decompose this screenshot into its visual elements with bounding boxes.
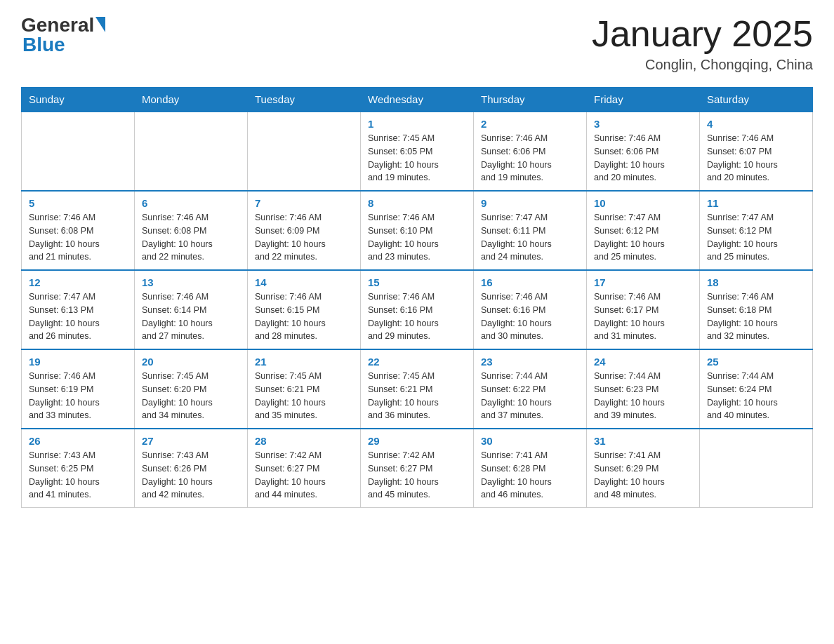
day-info: Sunrise: 7:45 AMSunset: 6:21 PMDaylight:… <box>368 370 466 422</box>
calendar-cell: 15Sunrise: 7:46 AMSunset: 6:16 PMDayligh… <box>361 270 474 349</box>
day-info: Sunrise: 7:47 AMSunset: 6:13 PMDaylight:… <box>29 290 127 343</box>
calendar-week-row-5: 26Sunrise: 7:43 AMSunset: 6:25 PMDayligh… <box>22 429 813 508</box>
calendar-cell: 28Sunrise: 7:42 AMSunset: 6:27 PMDayligh… <box>248 429 361 508</box>
day-info: Sunrise: 7:45 AMSunset: 6:20 PMDaylight:… <box>142 370 240 422</box>
day-number: 18 <box>707 276 805 288</box>
calendar-cell: 24Sunrise: 7:44 AMSunset: 6:23 PMDayligh… <box>587 349 700 429</box>
calendar-cell: 5Sunrise: 7:46 AMSunset: 6:08 PMDaylight… <box>22 191 135 270</box>
day-info: Sunrise: 7:46 AMSunset: 6:16 PMDaylight:… <box>481 290 579 343</box>
calendar-cell <box>135 112 248 191</box>
day-number: 21 <box>255 356 353 368</box>
day-info: Sunrise: 7:42 AMSunset: 6:27 PMDaylight:… <box>255 449 353 502</box>
calendar-cell: 6Sunrise: 7:46 AMSunset: 6:08 PMDaylight… <box>135 191 248 270</box>
day-number: 12 <box>29 276 127 288</box>
day-info: Sunrise: 7:43 AMSunset: 6:25 PMDaylight:… <box>29 449 127 502</box>
calendar-cell: 25Sunrise: 7:44 AMSunset: 6:24 PMDayligh… <box>700 349 813 429</box>
calendar-week-row-1: 1Sunrise: 7:45 AMSunset: 6:05 PMDaylight… <box>22 112 813 191</box>
day-info: Sunrise: 7:46 AMSunset: 6:14 PMDaylight:… <box>142 290 240 343</box>
calendar-week-row-2: 5Sunrise: 7:46 AMSunset: 6:08 PMDaylight… <box>22 191 813 270</box>
day-info: Sunrise: 7:46 AMSunset: 6:08 PMDaylight:… <box>29 211 127 264</box>
calendar-week-row-3: 12Sunrise: 7:47 AMSunset: 6:13 PMDayligh… <box>22 270 813 349</box>
day-number: 25 <box>707 356 805 368</box>
calendar-cell: 23Sunrise: 7:44 AMSunset: 6:22 PMDayligh… <box>474 349 587 429</box>
calendar-cell <box>22 112 135 191</box>
calendar-cell: 17Sunrise: 7:46 AMSunset: 6:17 PMDayligh… <box>587 270 700 349</box>
day-number: 10 <box>594 197 692 209</box>
day-info: Sunrise: 7:46 AMSunset: 6:07 PMDaylight:… <box>707 132 805 185</box>
calendar-cell: 18Sunrise: 7:46 AMSunset: 6:18 PMDayligh… <box>700 270 813 349</box>
calendar-cell: 10Sunrise: 7:47 AMSunset: 6:12 PMDayligh… <box>587 191 700 270</box>
day-number: 6 <box>142 197 240 209</box>
calendar-cell: 7Sunrise: 7:46 AMSunset: 6:09 PMDaylight… <box>248 191 361 270</box>
calendar-week-row-4: 19Sunrise: 7:46 AMSunset: 6:19 PMDayligh… <box>22 349 813 429</box>
calendar-header-sunday: Sunday <box>22 88 135 112</box>
calendar-cell: 27Sunrise: 7:43 AMSunset: 6:26 PMDayligh… <box>135 429 248 508</box>
day-number: 30 <box>481 435 579 447</box>
day-info: Sunrise: 7:43 AMSunset: 6:26 PMDaylight:… <box>142 449 240 502</box>
day-number: 1 <box>368 118 466 130</box>
day-number: 13 <box>142 276 240 288</box>
day-number: 26 <box>29 435 127 447</box>
day-number: 2 <box>481 118 579 130</box>
day-info: Sunrise: 7:46 AMSunset: 6:15 PMDaylight:… <box>255 290 353 343</box>
calendar-header-saturday: Saturday <box>700 88 813 112</box>
day-number: 29 <box>368 435 466 447</box>
day-number: 7 <box>255 197 353 209</box>
day-info: Sunrise: 7:46 AMSunset: 6:19 PMDaylight:… <box>29 370 127 422</box>
day-number: 24 <box>594 356 692 368</box>
day-info: Sunrise: 7:44 AMSunset: 6:23 PMDaylight:… <box>594 370 692 422</box>
day-info: Sunrise: 7:47 AMSunset: 6:12 PMDaylight:… <box>707 211 805 264</box>
day-info: Sunrise: 7:47 AMSunset: 6:12 PMDaylight:… <box>594 211 692 264</box>
calendar-cell: 9Sunrise: 7:47 AMSunset: 6:11 PMDaylight… <box>474 191 587 270</box>
day-info: Sunrise: 7:44 AMSunset: 6:22 PMDaylight:… <box>481 370 579 422</box>
calendar-cell: 26Sunrise: 7:43 AMSunset: 6:25 PMDayligh… <box>22 429 135 508</box>
day-info: Sunrise: 7:47 AMSunset: 6:11 PMDaylight:… <box>481 211 579 264</box>
day-number: 31 <box>594 435 692 447</box>
day-number: 4 <box>707 118 805 130</box>
day-info: Sunrise: 7:46 AMSunset: 6:17 PMDaylight:… <box>594 290 692 343</box>
calendar-cell: 1Sunrise: 7:45 AMSunset: 6:05 PMDaylight… <box>361 112 474 191</box>
day-number: 22 <box>368 356 466 368</box>
calendar-header-thursday: Thursday <box>474 88 587 112</box>
calendar-cell: 22Sunrise: 7:45 AMSunset: 6:21 PMDayligh… <box>361 349 474 429</box>
day-info: Sunrise: 7:42 AMSunset: 6:27 PMDaylight:… <box>368 449 466 502</box>
day-number: 3 <box>594 118 692 130</box>
calendar-header-friday: Friday <box>587 88 700 112</box>
day-info: Sunrise: 7:45 AMSunset: 6:05 PMDaylight:… <box>368 132 466 185</box>
day-number: 16 <box>481 276 579 288</box>
calendar-cell: 13Sunrise: 7:46 AMSunset: 6:14 PMDayligh… <box>135 270 248 349</box>
calendar-cell: 16Sunrise: 7:46 AMSunset: 6:16 PMDayligh… <box>474 270 587 349</box>
day-number: 19 <box>29 356 127 368</box>
day-info: Sunrise: 7:45 AMSunset: 6:21 PMDaylight:… <box>255 370 353 422</box>
calendar-cell: 20Sunrise: 7:45 AMSunset: 6:20 PMDayligh… <box>135 349 248 429</box>
title-area: January 2025 Conglin, Chongqing, China <box>592 14 813 73</box>
day-number: 17 <box>594 276 692 288</box>
calendar-cell: 19Sunrise: 7:46 AMSunset: 6:19 PMDayligh… <box>22 349 135 429</box>
calendar-cell: 30Sunrise: 7:41 AMSunset: 6:28 PMDayligh… <box>474 429 587 508</box>
calendar-cell: 21Sunrise: 7:45 AMSunset: 6:21 PMDayligh… <box>248 349 361 429</box>
calendar-cell: 29Sunrise: 7:42 AMSunset: 6:27 PMDayligh… <box>361 429 474 508</box>
page-header: General Blue January 2025 Conglin, Chong… <box>21 14 813 73</box>
day-number: 28 <box>255 435 353 447</box>
calendar-cell: 31Sunrise: 7:41 AMSunset: 6:29 PMDayligh… <box>587 429 700 508</box>
calendar-cell: 12Sunrise: 7:47 AMSunset: 6:13 PMDayligh… <box>22 270 135 349</box>
day-number: 14 <box>255 276 353 288</box>
day-number: 15 <box>368 276 466 288</box>
day-info: Sunrise: 7:46 AMSunset: 6:18 PMDaylight:… <box>707 290 805 343</box>
calendar-cell <box>700 429 813 508</box>
calendar-header-wednesday: Wednesday <box>361 88 474 112</box>
month-title: January 2025 <box>592 14 813 54</box>
location-text: Conglin, Chongqing, China <box>592 57 813 73</box>
calendar-cell: 14Sunrise: 7:46 AMSunset: 6:15 PMDayligh… <box>248 270 361 349</box>
logo-blue-text: Blue <box>22 34 65 56</box>
calendar-table: SundayMondayTuesdayWednesdayThursdayFrid… <box>21 87 813 508</box>
calendar-cell <box>248 112 361 191</box>
calendar-cell: 3Sunrise: 7:46 AMSunset: 6:06 PMDaylight… <box>587 112 700 191</box>
day-info: Sunrise: 7:46 AMSunset: 6:06 PMDaylight:… <box>594 132 692 185</box>
day-info: Sunrise: 7:46 AMSunset: 6:08 PMDaylight:… <box>142 211 240 264</box>
day-info: Sunrise: 7:46 AMSunset: 6:16 PMDaylight:… <box>368 290 466 343</box>
day-number: 27 <box>142 435 240 447</box>
day-info: Sunrise: 7:46 AMSunset: 6:09 PMDaylight:… <box>255 211 353 264</box>
day-number: 20 <box>142 356 240 368</box>
logo: General Blue <box>21 14 105 56</box>
